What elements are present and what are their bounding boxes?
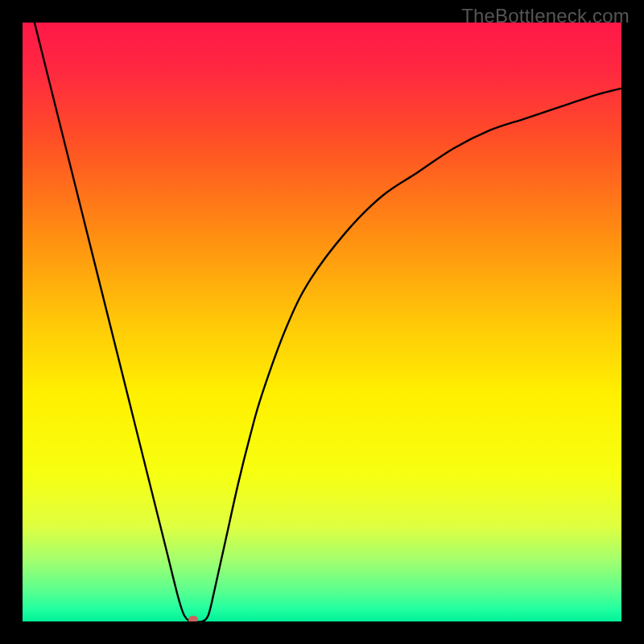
curve-layer: [23, 23, 621, 621]
optimal-point-marker: [188, 616, 198, 621]
plot-frame: [23, 23, 621, 621]
watermark-text: TheBottleneck.com: [461, 5, 630, 27]
bottleneck-curve: [35, 23, 621, 621]
